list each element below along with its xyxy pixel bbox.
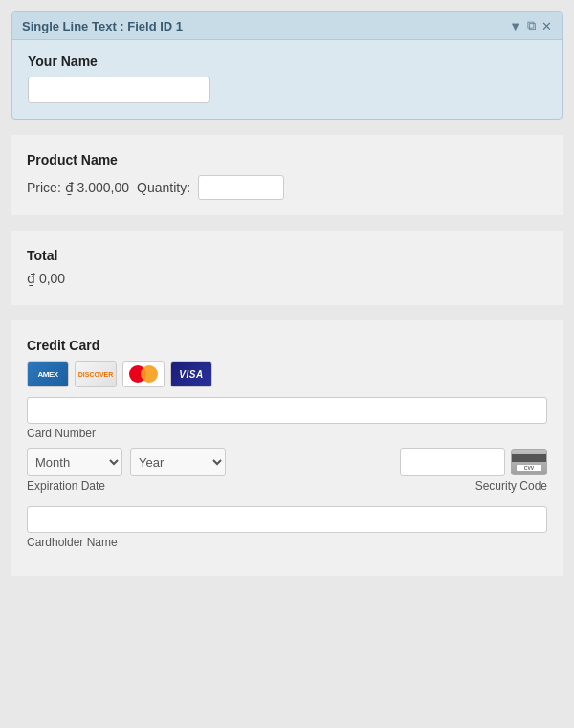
expiry-security-row: Month 010203 040506 070809 101112 Year 2… (27, 448, 547, 500)
security-col: CVV Security Code (400, 448, 547, 500)
product-section: Product Name Price: ₫ 3.000,00 Quantity: (11, 135, 563, 215)
cardholder-label: Cardholder Name (27, 536, 547, 549)
quantity-label: Quantity: (137, 180, 190, 195)
cvv-stripe (512, 454, 546, 462)
widget-icons: ▼ ⧉ ✕ (509, 18, 552, 33)
amex-logo: AMEX (27, 361, 69, 387)
divider2 (11, 305, 563, 320)
card-logos: AMEX DISCOVER VISA (27, 361, 547, 387)
expiration-label: Expiration Date (27, 479, 226, 493)
card-number-row: Card Number (27, 397, 547, 440)
total-section: Total ₫ 0,00 (11, 231, 563, 305)
mc-circle-right (141, 365, 158, 383)
widget-header: Single Line Text : Field ID 1 ▼ ⧉ ✕ (12, 12, 562, 40)
dropdown-icon[interactable]: ▼ (509, 19, 521, 33)
expiry-group: Month 010203 040506 070809 101112 Year 2… (27, 448, 226, 500)
credit-card-label: Credit Card (27, 338, 547, 353)
mastercard-logo (122, 361, 165, 387)
security-code-input[interactable] (400, 448, 505, 476)
close-icon[interactable]: ✕ (541, 19, 552, 33)
discover-text: DISCOVER (78, 371, 114, 378)
main-content: Product Name Price: ₫ 3.000,00 Quantity:… (11, 135, 563, 576)
quantity-input[interactable] (198, 175, 284, 200)
visa-logo: VISA (170, 361, 212, 387)
card-number-label: Card Number (27, 427, 547, 440)
widget-body: Your Name (12, 40, 562, 119)
security-code-label: Security Code (475, 479, 547, 493)
total-label: Total (27, 248, 547, 263)
product-name-label: Product Name (27, 152, 547, 167)
visa-text: VISA (179, 369, 203, 380)
your-name-label: Your Name (28, 54, 546, 69)
spacer1 (0, 120, 574, 135)
cardholder-section: Cardholder Name (27, 506, 547, 549)
widget-container: Single Line Text : Field ID 1 ▼ ⧉ ✕ Your… (11, 11, 563, 120)
total-amount: ₫ 0,00 (27, 271, 547, 286)
month-select[interactable]: Month 010203 040506 070809 101112 (27, 448, 122, 476)
your-name-input[interactable] (28, 77, 210, 103)
price-row: Price: ₫ 3.000,00 Quantity: (27, 175, 547, 200)
credit-card-section: Credit Card AMEX DISCOVER VISA Card Numb… (11, 320, 563, 576)
year-select[interactable]: Year 202420252026 2027202820292030 (130, 448, 226, 476)
cvv-sig: CVV (517, 465, 541, 471)
amex-text: AMEX (37, 370, 57, 379)
cardholder-name-input[interactable] (27, 506, 547, 533)
expiry-selects: Month 010203 040506 070809 101112 Year 2… (27, 448, 226, 476)
price-text: Price: ₫ 3.000,00 (27, 180, 129, 195)
divider1 (11, 215, 563, 231)
cvv-icon: CVV (511, 449, 547, 475)
widget-title: Single Line Text : Field ID 1 (22, 19, 183, 33)
security-inputs: CVV (400, 448, 547, 476)
discover-logo: DISCOVER (75, 361, 117, 387)
copy-icon[interactable]: ⧉ (527, 18, 536, 33)
card-number-input[interactable] (27, 397, 547, 424)
